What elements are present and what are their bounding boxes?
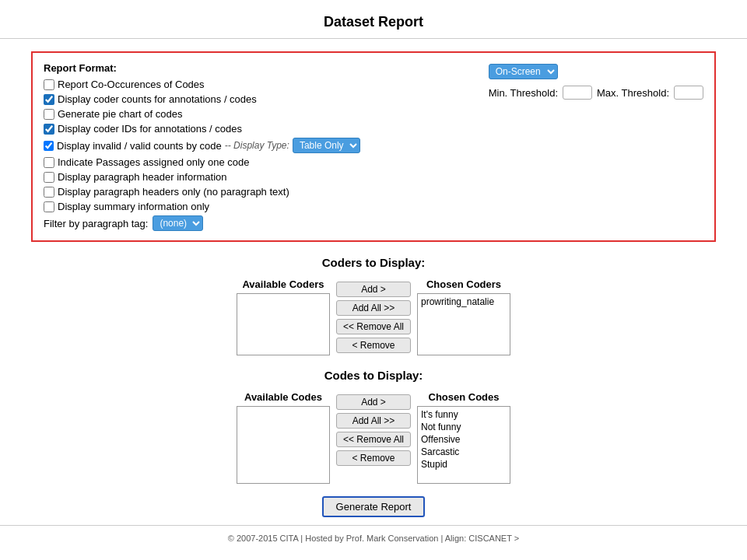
display-paragraph-headers-only-label: Display paragraph headers only (no parag… <box>58 186 289 198</box>
available-codes-col: Available Codes <box>237 391 330 484</box>
page-title: Dataset Report <box>0 0 747 39</box>
checkbox-row-9: Display summary information only <box>44 201 489 212</box>
filter-select[interactable]: (none) <box>153 215 203 231</box>
codes-transfer-buttons: Add > Add All >> << Remove All < Remove <box>330 391 417 469</box>
filter-label: Filter by paragraph tag: <box>44 218 148 229</box>
indicate-passages-label: Indicate Passages assigned only one code <box>58 156 249 168</box>
chosen-codes-label: Chosen Codes <box>429 391 500 403</box>
report-co-occurences-label: Report Co-Occurences of Codes <box>58 79 205 90</box>
checkbox-row-4: Display coder IDs for annotations / code… <box>44 123 489 135</box>
max-threshold-label: Max. Threshold: <box>597 87 669 99</box>
available-codes-label: Available Codes <box>244 391 322 403</box>
available-coders-col: Available Coders <box>237 278 330 355</box>
codes-remove-button[interactable]: < Remove <box>336 450 411 466</box>
chosen-code-item-5: Stupid <box>419 458 508 471</box>
chosen-coders-col: Chosen Coders prowriting_natalie <box>417 278 510 355</box>
max-threshold-input[interactable] <box>674 86 703 100</box>
display-type-label: -- Display Type: <box>225 140 289 151</box>
coders-add-all-button[interactable]: Add All >> <box>336 300 411 316</box>
display-coder-counts-checkbox[interactable] <box>44 94 54 105</box>
checkbox-row-1: Report Co-Occurences of Codes <box>44 79 489 90</box>
checkbox-row-8: Display paragraph headers only (no parag… <box>44 186 489 198</box>
chosen-code-item-3: Offensive <box>419 433 508 446</box>
display-invalid-checkbox[interactable] <box>44 141 54 151</box>
available-codes-list[interactable] <box>237 406 330 484</box>
codes-remove-all-button[interactable]: << Remove All <box>336 432 411 447</box>
min-threshold-label: Min. Threshold: <box>489 87 558 99</box>
display-invalid-row: Display invalid / valid counts by code -… <box>44 138 489 153</box>
coders-transfer-section: Available Coders Add > Add All >> << Rem… <box>31 278 716 356</box>
coders-section-title: Coders to Display: <box>31 256 716 269</box>
display-coder-ids-label: Display coder IDs for annotations / code… <box>58 123 242 135</box>
display-type-select[interactable]: Table Only <box>293 138 360 153</box>
codes-section-title: Codes to Display: <box>31 369 716 382</box>
checkbox-row-3: Generate pie chart of codes <box>44 108 489 120</box>
display-paragraph-header-checkbox[interactable] <box>44 172 54 183</box>
coders-remove-all-button[interactable]: << Remove All <box>336 319 411 334</box>
min-threshold-input[interactable] <box>563 86 592 100</box>
generate-pie-chart-label: Generate pie chart of codes <box>58 108 182 120</box>
chosen-code-item-4: Sarcastic <box>419 446 508 458</box>
available-coders-label: Available Coders <box>242 278 324 290</box>
report-co-occurences-checkbox[interactable] <box>44 79 54 90</box>
on-screen-select[interactable]: On-Screen <box>489 64 558 79</box>
coders-transfer-buttons: Add > Add All >> << Remove All < Remove <box>330 278 417 356</box>
generate-report-button[interactable]: Generate Report <box>322 496 426 517</box>
codes-transfer-section: Available Codes Add > Add All >> << Remo… <box>31 391 716 484</box>
chosen-codes-col: Chosen Codes It's funny Not funny Offens… <box>417 391 510 484</box>
checkbox-row-2: Display coder counts for annotations / c… <box>44 93 489 105</box>
display-paragraph-headers-only-checkbox[interactable] <box>44 187 54 198</box>
chosen-codes-list[interactable]: It's funny Not funny Offensive Sarcastic… <box>417 406 510 484</box>
coders-add-button[interactable]: Add > <box>336 282 411 297</box>
report-format-right: On-Screen Min. Threshold: Max. Threshold… <box>489 62 703 100</box>
report-format-label: Report Format: <box>44 62 489 74</box>
report-format-left: Report Format: Report Co-Occurences of C… <box>44 62 489 231</box>
display-paragraph-header-label: Display paragraph header information <box>58 171 227 183</box>
chosen-code-item-2: Not funny <box>419 421 508 433</box>
on-screen-row: On-Screen <box>489 64 558 79</box>
checkbox-row-6: Indicate Passages assigned only one code <box>44 156 489 168</box>
coders-remove-button[interactable]: < Remove <box>336 338 411 353</box>
display-invalid-label: Display invalid / valid counts by code <box>57 140 222 152</box>
codes-section: Codes to Display: Available Codes Add > … <box>31 369 716 517</box>
display-coder-ids-checkbox[interactable] <box>44 124 54 135</box>
report-format-box: Report Format: Report Co-Occurences of C… <box>31 51 716 242</box>
indicate-passages-checkbox[interactable] <box>44 157 54 168</box>
chosen-coder-item: prowriting_natalie <box>419 296 508 308</box>
codes-add-button[interactable]: Add > <box>336 394 411 410</box>
display-summary-checkbox[interactable] <box>44 201 54 212</box>
footer: © 2007-2015 CITA | Hosted by Prof. Mark … <box>0 525 747 548</box>
chosen-coders-label: Chosen Coders <box>426 278 501 290</box>
threshold-row: Min. Threshold: Max. Threshold: <box>489 86 703 100</box>
chosen-coders-list[interactable]: prowriting_natalie <box>417 293 510 355</box>
display-summary-label: Display summary information only <box>58 201 209 212</box>
generate-pie-chart-checkbox[interactable] <box>44 109 54 120</box>
display-coder-counts-label: Display coder counts for annotations / c… <box>58 93 257 105</box>
checkbox-row-7: Display paragraph header information <box>44 171 489 183</box>
available-coders-list[interactable] <box>237 293 330 355</box>
chosen-code-item-1: It's funny <box>419 408 508 421</box>
codes-add-all-button[interactable]: Add All >> <box>336 413 411 429</box>
filter-row: Filter by paragraph tag: (none) <box>44 215 489 231</box>
